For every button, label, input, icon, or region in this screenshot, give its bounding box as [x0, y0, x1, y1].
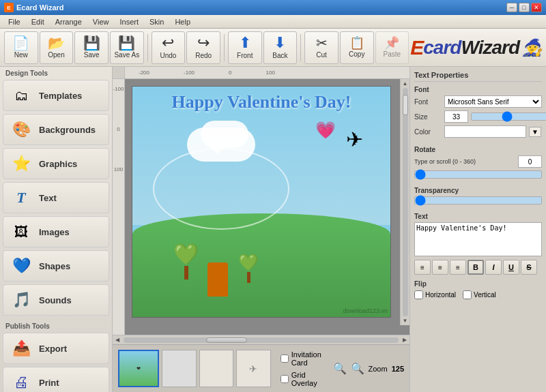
font-row: Font Microsoft Sans SerifArialTimes New … — [414, 95, 542, 108]
grid-overlay-option[interactable]: Grid Overlay — [281, 371, 330, 387]
flip-section-label: Flip — [414, 280, 542, 288]
zoom-value: 125 — [392, 365, 404, 373]
save-as-button[interactable]: 💾 Save As — [110, 31, 144, 64]
menu-view[interactable]: View — [87, 16, 115, 27]
scroll-right-button[interactable]: ▶ — [401, 337, 408, 343]
vertical-flip-label: Vertical — [474, 291, 496, 299]
canvas-scroll-area: -100 0 100 ❤ — [113, 79, 410, 335]
scroll-down-button[interactable]: ▼ — [403, 318, 408, 324]
strikethrough-button[interactable]: S — [521, 260, 537, 275]
vertical-ruler: -100 0 100 — [113, 79, 125, 335]
invitation-card-option[interactable]: Invitation Card — [281, 350, 330, 367]
graphics-label: Graphics — [39, 159, 77, 169]
paste-button[interactable]: 📌 Paste — [375, 31, 410, 64]
color-dropdown-button[interactable]: ▼ — [529, 127, 541, 137]
undo-button[interactable]: ↩ Undo — [152, 31, 186, 64]
maximize-button[interactable]: □ — [519, 3, 530, 12]
sidebar-item-print[interactable]: 🖨 Print — [3, 367, 109, 392]
color-picker[interactable] — [444, 125, 526, 138]
heart-ribbon-icon: 💗 — [315, 121, 336, 140]
sidebar-item-graphics[interactable]: ⭐ Graphics — [3, 148, 109, 179]
rotate-section: Rotate Type or scroll (0 - 360) — [414, 146, 542, 181]
copy-button[interactable]: 📋 Copy — [340, 31, 374, 64]
zoom-out-icon[interactable]: 🔍 — [333, 362, 347, 375]
right-panel: Text Properties Font Font Microsoft Sans… — [410, 67, 546, 392]
new-button[interactable]: 📄 New — [4, 31, 38, 64]
align-left-button[interactable]: ≡ — [414, 260, 431, 275]
horizontal-flip-option[interactable]: Horizontal — [414, 290, 456, 299]
underline-button[interactable]: U — [503, 260, 519, 275]
redo-button[interactable]: ↪ Redo — [186, 31, 220, 64]
app-logo: E card Wizard 🧙 — [410, 36, 542, 59]
text-textarea[interactable]: Happy Valentine's Day! — [414, 222, 542, 256]
menu-file[interactable]: File — [3, 16, 26, 27]
undo-label: Undo — [160, 52, 177, 59]
menu-arrange[interactable]: Arrange — [50, 16, 87, 27]
grid-overlay-checkbox[interactable] — [281, 375, 289, 383]
ruler-mark-100: 100 — [265, 70, 274, 76]
text-icon: T — [10, 187, 32, 209]
color-label: Color — [414, 128, 442, 136]
open-button[interactable]: 📂 Open — [40, 31, 74, 64]
invitation-card-checkbox[interactable] — [281, 355, 289, 363]
sidebar-item-images[interactable]: 🖼 Images — [3, 216, 109, 247]
transparency-slider[interactable] — [414, 196, 542, 205]
sidebar-item-sounds[interactable]: 🎵 Sounds — [3, 284, 109, 316]
vertical-flip-checkbox[interactable] — [463, 290, 472, 299]
toolbar-separator-3 — [300, 34, 301, 61]
sidebar-item-text[interactable]: T Text — [3, 182, 109, 213]
close-button[interactable]: ✕ — [531, 3, 542, 12]
font-select[interactable]: Microsoft Sans SerifArialTimes New Roman… — [444, 95, 542, 108]
align-center-button[interactable]: ≡ — [432, 260, 448, 275]
sidebar-item-shapes[interactable]: 💙 Shapes — [3, 250, 109, 282]
thumbnail-2[interactable] — [162, 350, 197, 387]
window-title: Ecard Wizard — [16, 3, 64, 12]
backgrounds-label: Backgrounds — [39, 125, 96, 135]
zoom-area: 🔍 🔍 Zoom 125 — [333, 362, 404, 375]
images-icon: 🖼 — [10, 221, 32, 243]
color-row: Color ▼ — [414, 125, 542, 138]
cut-button[interactable]: ✂ Cut — [304, 31, 339, 64]
scroll-up-button[interactable]: ▲ — [403, 80, 408, 87]
sidebar-item-export[interactable]: 📤 Export — [3, 333, 109, 364]
back-button[interactable]: ⬇ Back — [263, 31, 298, 64]
thumbnail-1[interactable]: ❤ — [118, 350, 159, 387]
vertical-flip-option[interactable]: Vertical — [463, 290, 496, 299]
ruler-v-100: 100 — [114, 166, 123, 172]
rotate-description: Type or scroll (0 - 360) — [414, 158, 515, 165]
front-button[interactable]: ⬆ Front — [228, 31, 262, 64]
scroll-left-button[interactable]: ◀ — [114, 337, 121, 343]
v-scrollbar-thumb[interactable] — [403, 95, 408, 115]
align-right-button[interactable]: ≡ — [450, 260, 466, 275]
save-button[interactable]: 💾 Save — [74, 31, 109, 64]
thumbnail-4[interactable]: ✈ — [236, 350, 271, 387]
minimize-button[interactable]: ─ — [506, 3, 517, 12]
italic-button[interactable]: I — [485, 260, 502, 275]
images-label: Images — [39, 227, 70, 237]
canvas-wrapper[interactable]: ❤ Happy Valentine's Day! ✈ 💗 💚 💚 — [125, 79, 410, 335]
horizontal-flip-checkbox[interactable] — [414, 290, 423, 299]
invitation-card-label: Invitation Card — [291, 350, 330, 367]
size-slider[interactable] — [471, 112, 546, 121]
vertical-scrollbar[interactable]: ▲ ▼ — [400, 79, 410, 325]
rotate-input[interactable] — [518, 155, 542, 168]
toolbar-separator-2 — [224, 34, 225, 61]
menu-skin[interactable]: Skin — [144, 16, 169, 27]
sidebar-item-backgrounds[interactable]: 🎨 Backgrounds — [3, 114, 109, 145]
ecard-canvas[interactable]: ❤ Happy Valentine's Day! ✈ 💗 💚 💚 — [132, 86, 391, 318]
redo-label: Redo — [195, 52, 212, 59]
sidebar-item-templates[interactable]: 🗂 Templates — [3, 80, 109, 111]
menu-insert[interactable]: Insert — [115, 16, 145, 27]
rotate-slider[interactable] — [414, 170, 542, 179]
zoom-in-icon[interactable]: 🔍 — [351, 362, 364, 375]
menu-help[interactable]: Help — [169, 16, 196, 27]
card-title-text[interactable]: Happy Valentine's Day! — [132, 92, 390, 112]
size-input[interactable] — [444, 110, 468, 123]
bold-button[interactable]: B — [468, 260, 484, 275]
h-scrollbar-thumb[interactable] — [206, 337, 247, 343]
rotate-section-label: Rotate — [414, 146, 542, 153]
menu-edit[interactable]: Edit — [26, 16, 50, 27]
thumbnail-3[interactable] — [199, 350, 234, 387]
bottom-options: Invitation Card Grid Overlay — [281, 350, 330, 387]
logo-card-text: card — [423, 37, 461, 59]
